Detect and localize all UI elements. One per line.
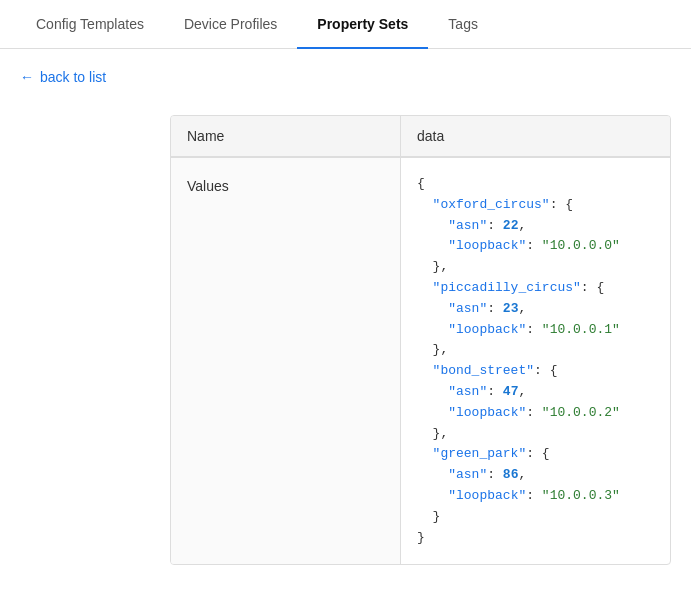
tab-tags[interactable]: Tags <box>428 0 498 48</box>
nav-tabs: Config Templates Device Profiles Propert… <box>0 0 691 49</box>
col-name-header: Name <box>171 116 401 156</box>
tab-property-sets[interactable]: Property Sets <box>297 0 428 48</box>
back-link-text: back to list <box>40 69 106 85</box>
tab-config-templates[interactable]: Config Templates <box>16 0 164 48</box>
arrow-left-icon: ← <box>20 69 34 85</box>
tab-device-profiles[interactable]: Device Profiles <box>164 0 297 48</box>
table-header: Name data <box>171 116 670 157</box>
table-row: Values { "oxford_circus": { "asn": 22, "… <box>171 157 670 564</box>
back-to-list-link[interactable]: ← back to list <box>20 69 106 85</box>
property-sets-table: Name data Values { "oxford_circus": { "a… <box>170 115 671 565</box>
row-data-cell: { "oxford_circus": { "asn": 22, "loopbac… <box>401 158 670 564</box>
row-name-cell: Values <box>171 158 401 564</box>
col-data-header: data <box>401 116 670 156</box>
